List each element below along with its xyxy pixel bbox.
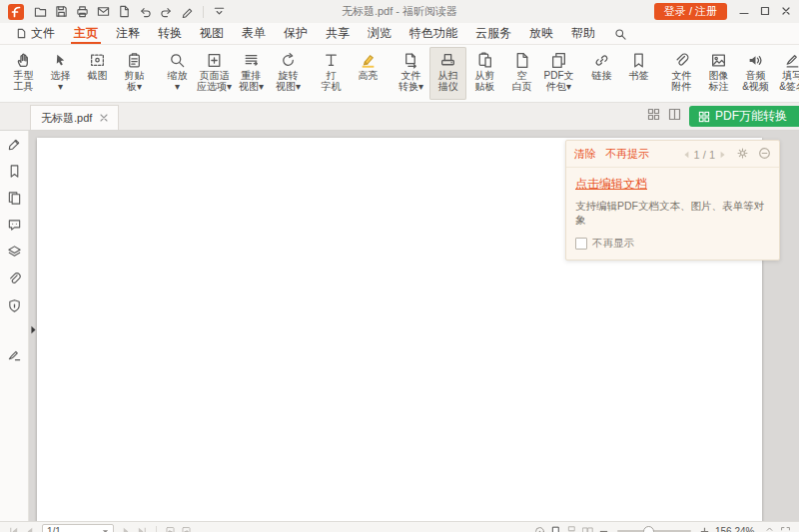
- edit-tip-header: 清除 不再提示 1 / 1: [566, 141, 779, 168]
- minimize-button[interactable]: [739, 5, 749, 19]
- edit-document-link[interactable]: 点击编辑文档: [575, 177, 647, 191]
- tool-blank-page[interactable]: 空 白页: [503, 47, 540, 100]
- email-button[interactable]: [94, 2, 113, 21]
- tool-audio-video[interactable]: 音频 &视频: [737, 47, 774, 100]
- pdf-convert-button[interactable]: PDF万能转换: [689, 106, 799, 127]
- print-button[interactable]: [73, 2, 92, 21]
- attachment-icon: [673, 50, 690, 70]
- menu-home[interactable]: 主页: [65, 23, 107, 44]
- dont-show-checkbox[interactable]: [575, 238, 587, 250]
- next-page-button[interactable]: [121, 526, 132, 532]
- customize-toolbar-chevron-icon[interactable]: [210, 2, 229, 21]
- menu-file[interactable]: 文件: [6, 23, 65, 44]
- export-button[interactable]: [115, 2, 134, 21]
- tip-prev-icon[interactable]: [682, 149, 690, 161]
- tip-settings-gear-icon[interactable]: [736, 147, 749, 162]
- next-view-button[interactable]: [181, 526, 192, 532]
- menu-form[interactable]: 表单: [233, 23, 275, 44]
- typewriter-icon: [323, 50, 340, 70]
- menu-protect[interactable]: 保护: [275, 23, 317, 44]
- grid-view-icon[interactable]: [647, 108, 660, 124]
- tool-paste-page[interactable]: 从剪 贴板: [466, 47, 503, 100]
- scroll-mode-icon[interactable]: [764, 526, 775, 532]
- zoom-slider-thumb[interactable]: [643, 526, 654, 532]
- menu-convert[interactable]: 转换: [149, 23, 191, 44]
- fill-sign-icon: [784, 50, 799, 70]
- sidebar-layers[interactable]: [4, 245, 24, 260]
- tool-scanner[interactable]: 从扫 描仪: [429, 47, 466, 100]
- close-button[interactable]: [781, 5, 791, 19]
- image-annotation-icon: [710, 50, 727, 70]
- login-register-button[interactable]: 登录 / 注册: [654, 3, 727, 20]
- menu-browse[interactable]: 浏览: [359, 23, 400, 44]
- search-icon[interactable]: [606, 23, 634, 44]
- single-page-view-button[interactable]: [550, 526, 561, 532]
- tool-rotate[interactable]: 旋转 视图▾: [270, 47, 307, 100]
- tool-convert[interactable]: 文件 转换▾: [393, 47, 429, 100]
- maximize-button[interactable]: [760, 5, 770, 19]
- sidebar-edit[interactable]: [4, 137, 24, 152]
- reflow-icon: [243, 50, 260, 70]
- tool-hand[interactable]: 手型 工具: [5, 47, 42, 100]
- first-page-button[interactable]: [8, 526, 19, 532]
- quick-edit-button[interactable]: [178, 2, 197, 21]
- sidebar-attachments[interactable]: [4, 271, 24, 286]
- sidebar-pages[interactable]: [4, 191, 24, 206]
- actual-size-button[interactable]: [534, 526, 545, 532]
- bookmark-icon: [630, 50, 647, 70]
- document-tab[interactable]: 无标题.pdf: [30, 105, 119, 130]
- tab-close-icon[interactable]: [100, 112, 108, 124]
- menu-help[interactable]: 帮助: [562, 23, 604, 44]
- prev-page-button[interactable]: [24, 526, 35, 532]
- tool-fit-page[interactable]: 页面适 应选项▾: [196, 47, 233, 100]
- undo-button[interactable]: [136, 2, 155, 21]
- menu-comment[interactable]: 注释: [107, 23, 149, 44]
- tool-portfolio[interactable]: PDF文 件包▾: [540, 47, 577, 100]
- tool-link[interactable]: 链接: [583, 47, 620, 100]
- fullscreen-icon[interactable]: [780, 526, 791, 532]
- menu-special-features[interactable]: 特色功能: [400, 23, 466, 44]
- foxit-logo-icon: [8, 4, 24, 20]
- scanner-icon: [439, 50, 456, 70]
- menu-view[interactable]: 视图: [191, 23, 233, 44]
- tip-minimize-icon[interactable]: [758, 147, 771, 162]
- sidebar-security[interactable]: [4, 298, 24, 313]
- tool-highlight[interactable]: 高亮: [350, 47, 387, 100]
- tool-image-annotation[interactable]: 图像 标注: [700, 47, 737, 100]
- page-panel-icon[interactable]: [668, 108, 681, 124]
- tool-reflow[interactable]: 重排 视图▾: [233, 47, 270, 100]
- previous-view-button[interactable]: [165, 526, 176, 532]
- tool-fill-sign[interactable]: 填写 &签名: [774, 47, 799, 100]
- redo-button[interactable]: [157, 2, 176, 21]
- tool-typewriter[interactable]: 打 字机: [313, 47, 350, 100]
- zoom-out-button[interactable]: [598, 526, 609, 532]
- facing-view-button[interactable]: [582, 526, 593, 532]
- tip-pager: 1 / 1: [694, 149, 715, 161]
- dont-remind-link[interactable]: 不再提示: [605, 147, 649, 162]
- tip-next-icon[interactable]: [719, 149, 727, 161]
- open-file-button[interactable]: [31, 2, 50, 21]
- sidebar-expand-handle[interactable]: [29, 318, 38, 340]
- clear-link[interactable]: 清除: [574, 147, 596, 162]
- last-page-button[interactable]: [137, 526, 148, 532]
- tool-snapshot[interactable]: 截图: [79, 47, 116, 100]
- fit-page-icon: [206, 50, 223, 70]
- save-button[interactable]: [52, 2, 71, 21]
- zoom-in-button[interactable]: [699, 526, 710, 532]
- menu-presentation[interactable]: 放映: [520, 23, 562, 44]
- tool-attachment[interactable]: 文件 附件: [663, 47, 700, 100]
- menu-cloud-service[interactable]: 云服务: [466, 23, 520, 44]
- document-area[interactable]: 清除 不再提示 1 / 1 点击编辑文档 支持编辑PDF文档文本、图片、表单等对…: [29, 131, 799, 521]
- tool-clipboard[interactable]: 剪贴 板▾: [116, 47, 153, 100]
- page-number-box[interactable]: 1/1: [42, 524, 114, 532]
- tool-select[interactable]: 选择 ▾: [42, 47, 79, 100]
- menu-share[interactable]: 共享: [317, 23, 359, 44]
- highlight-icon: [360, 50, 377, 70]
- convert-icon: [402, 50, 419, 70]
- tool-bookmark[interactable]: 书签: [620, 47, 657, 100]
- tool-zoom[interactable]: 缩放 ▾: [159, 47, 196, 100]
- sidebar-bookmarks[interactable]: [4, 164, 24, 179]
- sidebar-comments[interactable]: [4, 218, 24, 233]
- continuous-view-button[interactable]: [566, 526, 577, 532]
- sidebar-signature[interactable]: [4, 347, 24, 362]
